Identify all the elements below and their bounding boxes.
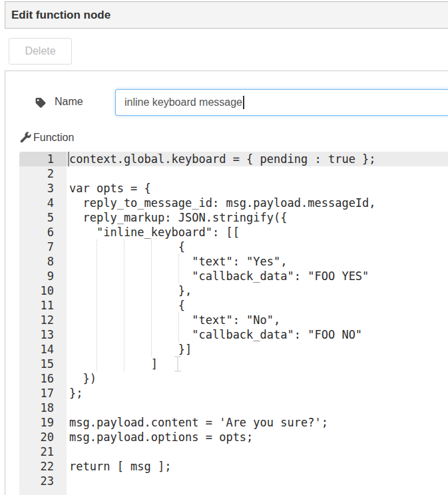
code-line[interactable]: context.global.keyboard = { pending : tr…	[67, 152, 448, 166]
gutter-line-number: 20	[19, 430, 67, 444]
code-line[interactable]: }]	[67, 342, 448, 357]
gutter-line-number: 1	[19, 152, 67, 166]
gutter-line-number: 17	[19, 386, 67, 401]
code-line[interactable]: var opts = {	[67, 181, 448, 196]
code-line[interactable]: return [ msg ];	[67, 459, 448, 474]
code-line[interactable]	[67, 401, 448, 415]
code-line[interactable]: msg.payload.content = 'Are you sure?';	[67, 415, 448, 430]
code-line[interactable]: };	[67, 386, 448, 401]
gutter-line-number: 23	[19, 474, 67, 488]
gutter-line-number: 19	[19, 415, 67, 430]
code-line[interactable]: {	[67, 298, 448, 313]
dialog-header: Edit function node	[5, 1, 448, 29]
gutter-line-number: 18	[19, 401, 67, 415]
code-line[interactable]: reply_to_message_id: msg.payload.message…	[67, 196, 448, 210]
code-line[interactable]	[67, 474, 448, 488]
code-line[interactable]	[67, 444, 448, 459]
gutter-line-number: 6	[19, 225, 67, 240]
code-line[interactable]: "text": "Yes",	[67, 254, 448, 269]
gutter-line-number: 13	[19, 327, 67, 342]
name-label: Name	[55, 96, 83, 108]
code-line[interactable]: reply_markup: JSON.stringify({	[67, 210, 448, 225]
gutter-line-number: 12	[19, 313, 67, 327]
gutter-line-number: 10	[19, 283, 67, 298]
gutter-line-number: 9	[19, 269, 67, 283]
gutter-line-number: 21	[19, 444, 67, 459]
gutter-line-number: 5	[19, 210, 67, 225]
code-line[interactable]: },	[67, 283, 448, 298]
delete-button[interactable]: Delete	[9, 38, 72, 65]
code-line[interactable]: msg.payload.options = opts;	[67, 430, 448, 444]
editor-gutter: 1234567891011121314151617181920212223	[19, 152, 67, 495]
ibeam-mouse-cursor	[174, 356, 182, 372]
tag-icon	[35, 97, 47, 108]
code-line[interactable]	[67, 166, 448, 181]
dialog-toolbar: Delete	[0, 29, 448, 71]
gutter-line-number: 15	[19, 357, 67, 371]
gutter-line-number: 2	[19, 166, 67, 181]
gutter-line-number: 16	[19, 371, 67, 386]
gutter-line-number: 7	[19, 240, 67, 254]
edit-function-dialog: Edit function node Delete Name inline ke…	[0, 0, 448, 495]
gutter-line-number: 8	[19, 254, 67, 269]
name-input-value: inline keyboard message	[124, 96, 242, 108]
gutter-line-number: 3	[19, 181, 67, 196]
wrench-icon	[20, 132, 31, 143]
code-line[interactable]: "callback_data": "FOO NO"	[67, 327, 448, 342]
editor-code-area[interactable]: context.global.keyboard = { pending : tr…	[67, 152, 448, 495]
code-line[interactable]: "inline_keyboard": [[	[67, 225, 448, 240]
text-caret	[243, 96, 244, 109]
gutter-line-number: 14	[19, 342, 67, 357]
gutter-line-number: 22	[19, 459, 67, 474]
gutter-line-number: 11	[19, 298, 67, 313]
function-label: Function	[33, 132, 74, 144]
code-line[interactable]: })	[67, 371, 448, 386]
editor-text-cursor	[68, 152, 69, 166]
code-line[interactable]: "text": "No",	[67, 313, 448, 327]
dialog-title: Edit function node	[11, 2, 448, 28]
code-line[interactable]: ]	[67, 357, 448, 371]
code-line[interactable]: "callback_data": "FOO YES"	[67, 269, 448, 283]
name-input[interactable]: inline keyboard message	[115, 89, 448, 116]
function-code-editor[interactable]: 1234567891011121314151617181920212223 co…	[19, 152, 448, 495]
code-line[interactable]: {	[67, 240, 448, 254]
gutter-line-number: 4	[19, 196, 67, 210]
